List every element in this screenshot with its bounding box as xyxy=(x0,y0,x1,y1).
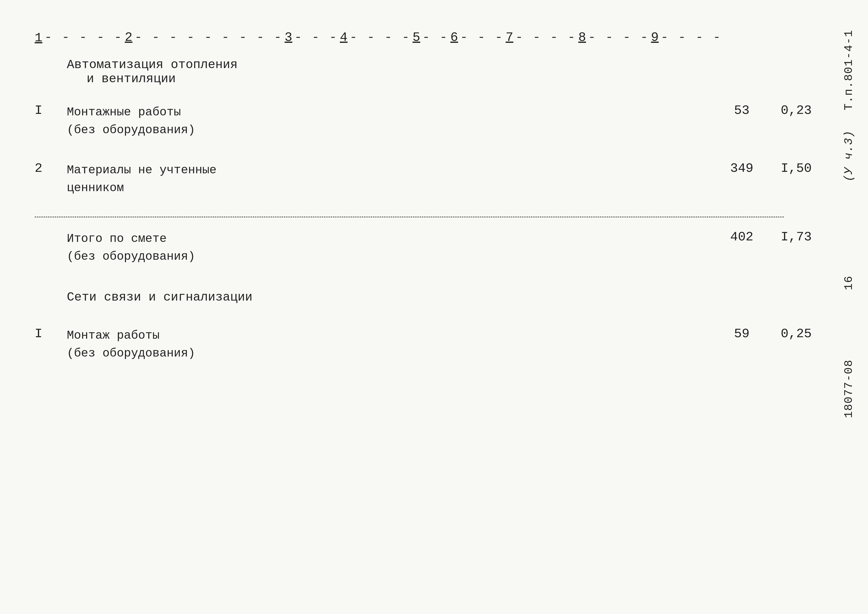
row-2-col9: I,50 xyxy=(769,161,823,176)
row-itogo-label: Итого по смете (без оборудования) xyxy=(67,230,715,265)
row-2-col8: 349 xyxy=(715,161,769,176)
section1-title-line2: и вентиляции xyxy=(87,72,823,86)
col-num-7: 7 xyxy=(506,30,513,45)
row-2-num: 2 xyxy=(35,161,67,176)
dash-7: - - - - xyxy=(515,30,576,45)
row-2: 2 Материалы не учтенные ценником 349 I,5… xyxy=(35,161,823,197)
dash-1: - - - - - xyxy=(44,30,123,45)
row-1-label: Монтажные работы (без оборудования) xyxy=(67,103,715,139)
margin-label-row16: 16 xyxy=(843,276,856,290)
dash-9: - - - - xyxy=(660,30,721,45)
row-1-col9: 0,23 xyxy=(769,103,823,118)
col-num-6: 6 xyxy=(451,30,458,45)
section2-title: Сети связи и сигнализации xyxy=(67,290,823,304)
content-area: 1 - - - - - 2 - - - - - - - - - 3 - - - … xyxy=(35,30,823,584)
col-num-3: 3 xyxy=(285,30,292,45)
col-num-1: 1 xyxy=(35,30,42,45)
row-1: I Монтажные работы (без оборудования) 53… xyxy=(35,103,823,139)
dash-3: - - - xyxy=(294,30,338,45)
col-num-2: 2 xyxy=(125,30,132,45)
columns-header-row: 1 - - - - - 2 - - - - - - - - - 3 - - - … xyxy=(35,30,784,45)
right-margin: Т.п.801-4-1 (У ч.3) 16 18077-08 xyxy=(830,30,868,584)
page: Т.п.801-4-1 (У ч.3) 16 18077-08 1 - - - … xyxy=(0,0,868,614)
row-itogo-col8: 402 xyxy=(715,230,769,244)
row-2-label: Материалы не учтенные ценником xyxy=(67,161,715,197)
section2-title-text: Сети связи и сигнализации xyxy=(67,290,823,304)
dash-4: - - - - xyxy=(349,30,410,45)
row-4-col8: 59 xyxy=(715,327,769,341)
col-num-8: 8 xyxy=(578,30,586,45)
section1-title: Автоматизация отопления и вентиляции xyxy=(67,58,823,86)
dash-2: - - - - - - - - - xyxy=(134,30,283,45)
row-1-num: I xyxy=(35,103,67,118)
col-num-5: 5 xyxy=(412,30,420,45)
row-4-num: I xyxy=(35,327,67,341)
row-4: I Монтаж работы (без оборудования) 59 0,… xyxy=(35,327,823,362)
row-itogo: Итого по смете (без оборудования) 402 I,… xyxy=(35,230,823,265)
row-1-col8: 53 xyxy=(715,103,769,118)
separator-1 xyxy=(35,217,784,217)
col-num-4: 4 xyxy=(340,30,347,45)
margin-label-1: Т.п.801-4-1 xyxy=(843,30,856,110)
dash-8: - - - - xyxy=(588,30,649,45)
section1-title-line1: Автоматизация отопления xyxy=(67,58,823,72)
dash-5: - - xyxy=(422,30,448,45)
margin-label-3: 18077-08 xyxy=(843,360,856,418)
row-4-label: Монтаж работы (без оборудования) xyxy=(67,327,715,362)
dash-6: - - - xyxy=(460,30,504,45)
row-4-col9: 0,25 xyxy=(769,327,823,341)
col-num-9: 9 xyxy=(651,30,659,45)
row-itogo-col9: I,73 xyxy=(769,230,823,244)
margin-label-2: (У ч.3) xyxy=(843,130,856,181)
